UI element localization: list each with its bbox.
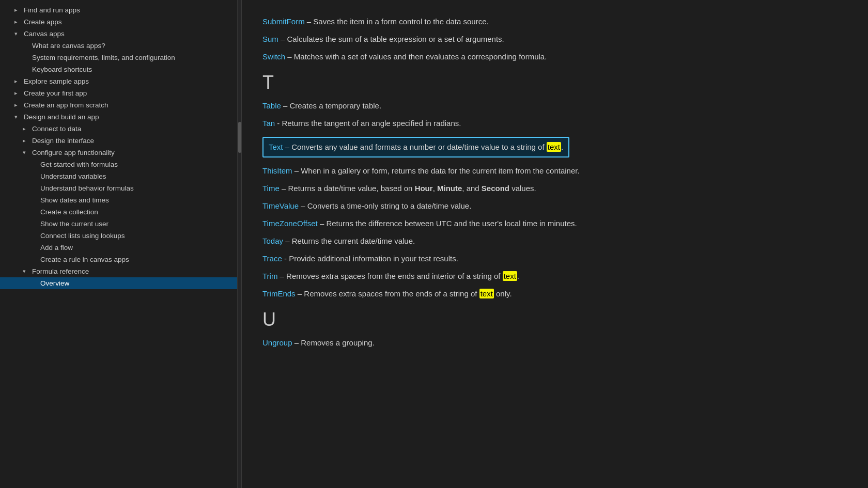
sidebar-item-connect-lists-lookups[interactable]: Connect lists using lookups — [0, 230, 237, 242]
trimends-highlight: text — [479, 289, 494, 298]
sidebar-item-label: System requirements, limits, and configu… — [32, 54, 175, 61]
sum-line: Sum – Calculates the sum of a table expr… — [262, 33, 847, 45]
sidebar-item-connect-to-data[interactable]: Connect to data — [0, 123, 237, 135]
sidebar-item-understand-behavior[interactable]: Understand behavior formulas — [0, 182, 237, 194]
trimends-after: only. — [494, 289, 512, 298]
switch-desc: – Matches with a set of values and then … — [287, 52, 547, 61]
submitform-link[interactable]: SubmitForm — [262, 17, 305, 26]
today-desc: – Returns the current date/time value. — [285, 237, 415, 245]
text-link[interactable]: Text — [269, 143, 283, 151]
submitform-desc: – Saves the item in a form control to th… — [307, 17, 489, 26]
sidebar-item-create-from-scratch[interactable]: Create an app from scratch — [0, 99, 237, 111]
timezoneoffset-link[interactable]: TimeZoneOffset — [262, 219, 318, 228]
sidebar-item-design-build-app[interactable]: Design and build an app — [0, 111, 237, 123]
sidebar-item-label: Understand variables — [40, 172, 106, 180]
sidebar-item-label: Create an app from scratch — [24, 101, 109, 109]
timevalue-line: TimeValue – Converts a time-only string … — [262, 200, 847, 212]
sidebar-item-create-collection[interactable]: Create a collection — [0, 206, 237, 218]
ungroup-link[interactable]: Ungroup — [262, 338, 292, 347]
sidebar-item-system-requirements[interactable]: System requirements, limits, and configu… — [0, 52, 237, 64]
trimends-link[interactable]: TrimEnds — [262, 289, 296, 298]
switch-link[interactable]: Switch — [262, 52, 285, 61]
sidebar-item-create-apps[interactable]: Create apps — [0, 16, 237, 28]
sidebar-item-label: Create your first app — [24, 89, 87, 97]
chevron-right-icon — [14, 7, 22, 13]
trace-link[interactable]: Trace — [262, 254, 282, 263]
sidebar-item-get-started-formulas[interactable]: Get started with formulas — [0, 159, 237, 170]
timezoneoffset-desc: – Returns the difference between UTC and… — [320, 219, 577, 228]
tan-line: Tan - Returns the tangent of an angle sp… — [262, 117, 847, 130]
sidebar: Find and run appsCreate appsCanvas appsW… — [0, 0, 238, 488]
time-desc-before: – Returns a date/time value, based on — [282, 184, 415, 193]
sidebar-item-label: Formula reference — [32, 267, 89, 275]
sidebar-item-label: Show the current user — [40, 220, 109, 228]
sidebar-item-label: Show dates and times — [40, 196, 109, 204]
today-line: Today – Returns the current date/time va… — [262, 235, 847, 247]
thisitem-desc: – When in a gallery or form, returns the… — [295, 166, 580, 175]
time-desc-after: values. — [509, 184, 536, 193]
sidebar-item-create-rule[interactable]: Create a rule in canvas apps — [0, 254, 237, 265]
timevalue-link[interactable]: TimeValue — [262, 201, 299, 210]
time-sep2: , and — [462, 184, 482, 193]
chevron-right-icon — [23, 125, 30, 132]
sidebar-item-label: Keyboard shortcuts — [32, 66, 92, 73]
trace-desc: - Provide additional information in your… — [284, 254, 458, 263]
trim-line: Trim – Removes extra spaces from the end… — [262, 270, 847, 282]
tan-link[interactable]: Tan — [262, 119, 275, 128]
text-highlighted-line: Text – Converts any value and formats a … — [262, 137, 569, 158]
ungroup-desc: – Removes a grouping. — [295, 338, 375, 347]
sidebar-item-label: Add a flow — [40, 244, 73, 251]
sidebar-item-create-first-app[interactable]: Create your first app — [0, 87, 237, 99]
timevalue-desc: – Converts a time-only string to a date/… — [301, 201, 471, 210]
chevron-right-icon — [14, 78, 22, 85]
sidebar-item-overview[interactable]: Overview — [0, 277, 237, 289]
chevron-down-icon — [23, 268, 30, 275]
table-link[interactable]: Table — [262, 101, 281, 110]
chevron-right-icon — [14, 19, 22, 25]
sidebar-item-design-the-interface[interactable]: Design the interface — [0, 135, 237, 147]
text-highlight-word: text — [547, 142, 561, 152]
thisitem-line: ThisItem – When in a gallery or form, re… — [262, 165, 847, 177]
trim-highlight: text — [503, 271, 517, 281]
sidebar-item-find-run-apps[interactable]: Find and run apps — [0, 4, 237, 16]
sidebar-item-show-dates-times[interactable]: Show dates and times — [0, 194, 237, 206]
text-line: Text – Converts any value and formats a … — [262, 135, 847, 160]
chevron-down-icon — [23, 149, 30, 156]
sidebar-item-formula-reference[interactable]: Formula reference — [0, 265, 237, 277]
sidebar-item-label: Design and build an app — [24, 113, 99, 121]
sidebar-scrollbar[interactable] — [238, 0, 242, 488]
sidebar-item-label: Connect lists using lookups — [40, 232, 125, 240]
sidebar-item-label: Configure app functionality — [32, 149, 115, 156]
table-line: Table – Creates a temporary table. — [262, 100, 847, 112]
chevron-right-icon — [14, 102, 22, 108]
text-period: . — [561, 143, 563, 151]
sidebar-item-label: Overview — [40, 279, 69, 287]
sidebar-item-label: Design the interface — [32, 137, 94, 145]
sum-desc: – Calculates the sum of a table expressi… — [281, 35, 504, 43]
time-hour: Hour — [415, 184, 433, 193]
sidebar-item-explore-sample[interactable]: Explore sample apps — [0, 75, 237, 87]
sidebar-item-understand-variables[interactable]: Understand variables — [0, 170, 237, 182]
sidebar-item-label: Canvas apps — [24, 30, 65, 38]
tan-desc: - Returns the tangent of an angle specif… — [277, 119, 461, 128]
sum-link[interactable]: Sum — [262, 35, 278, 43]
sidebar-item-label: What are canvas apps? — [32, 42, 105, 50]
chevron-down-icon — [14, 30, 22, 37]
sidebar-item-add-flow[interactable]: Add a flow — [0, 242, 237, 254]
timezoneoffset-line: TimeZoneOffset – Returns the difference … — [262, 217, 847, 230]
time-minute: Minute — [437, 184, 462, 193]
sidebar-item-label: Find and run apps — [24, 6, 80, 14]
trimends-line: TrimEnds – Removes extra spaces from the… — [262, 288, 847, 300]
sidebar-item-show-current-user[interactable]: Show the current user — [0, 218, 237, 230]
trim-link[interactable]: Trim — [262, 272, 277, 280]
sidebar-item-configure-app[interactable]: Configure app functionality — [0, 147, 237, 159]
sidebar-item-label: Understand behavior formulas — [40, 184, 134, 192]
sidebar-item-what-are-canvas[interactable]: What are canvas apps? — [0, 40, 237, 52]
sidebar-item-canvas-apps[interactable]: Canvas apps — [0, 28, 237, 40]
letter-u-heading: U — [262, 308, 847, 330]
chevron-right-icon — [14, 90, 22, 97]
sidebar-item-keyboard-shortcuts[interactable]: Keyboard shortcuts — [0, 64, 237, 75]
thisitem-link[interactable]: ThisItem — [262, 166, 292, 175]
today-link[interactable]: Today — [262, 237, 283, 245]
time-link[interactable]: Time — [262, 184, 280, 193]
